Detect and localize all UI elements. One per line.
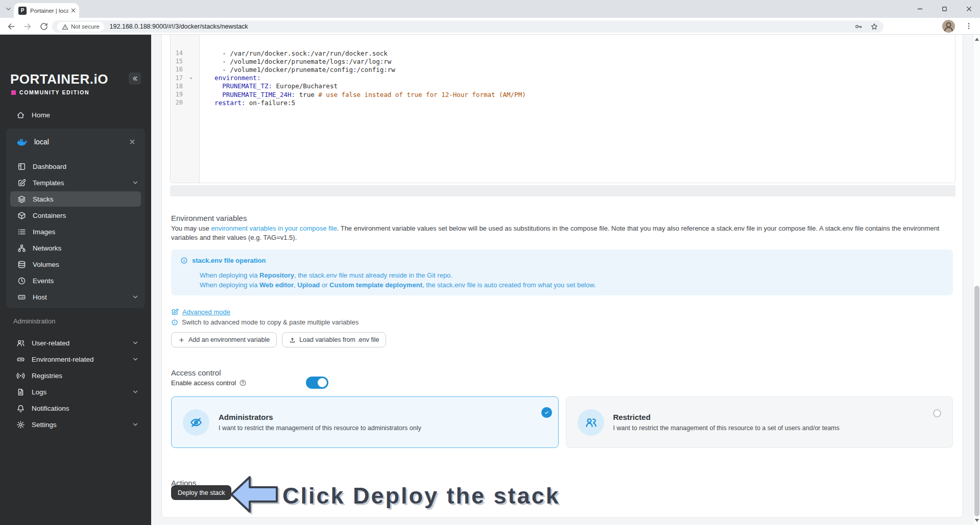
annotation-arrow-icon <box>229 472 279 516</box>
sidebar-item-registries[interactable]: Registries <box>0 368 151 383</box>
url-bar[interactable]: Not secure 192.168.0.188:9000/#!/3/docke… <box>52 20 883 33</box>
sidebar-item-images[interactable]: Images <box>6 224 145 239</box>
sidebar-item-notifications[interactable]: Notifications <box>0 401 151 416</box>
info-box-line: When deploying via Repository, the stack… <box>200 270 944 280</box>
load-env-file-button[interactable]: Load variables from .env file <box>282 332 386 347</box>
scrollbar-down-icon[interactable] <box>975 519 979 522</box>
eye-off-icon <box>183 409 209 436</box>
environment-close-icon[interactable] <box>129 138 136 145</box>
info-icon <box>180 257 188 264</box>
sidebar-item-stacks[interactable]: Stacks <box>10 191 141 207</box>
line-number: 14 <box>171 49 183 57</box>
browser-forward-icon[interactable] <box>23 22 32 31</box>
sidebar-item-label: Volumes <box>33 261 59 268</box>
window-close-icon[interactable] <box>965 5 973 13</box>
editor-line[interactable]: 16 - /volume1/docker/prunemate/config:/c… <box>171 65 955 73</box>
sidebar-item-volumes[interactable]: Volumes <box>6 257 145 272</box>
editor-line[interactable]: 19 PRUNEMATE_TIME_24H: true # use false … <box>171 90 955 98</box>
fold-arrow-icon[interactable]: ▾ <box>183 76 199 81</box>
env-vars-doc-link[interactable]: environment variables in your compose fi… <box>211 224 337 232</box>
code-text: - /var/run/docker.sock:/var/run/docker.s… <box>199 49 388 57</box>
editor-line[interactable]: 17▾ environment: <box>171 74 955 82</box>
edition-square-icon <box>11 90 16 95</box>
editor-line[interactable]: 15 - /volume1/docker/prunemate/logs:/var… <box>171 57 955 65</box>
sidebar-item-logs[interactable]: Logs <box>0 384 151 399</box>
sidebar-item-home[interactable]: Home <box>0 107 168 122</box>
advanced-mode-link[interactable]: Advanced mode <box>171 308 230 316</box>
window-controls <box>916 0 973 18</box>
sidebar-item-environment-related[interactable]: Environment-related <box>0 352 151 367</box>
add-env-variable-button[interactable]: Add an environment variable <box>171 332 277 347</box>
sidebar-item-templates[interactable]: Templates <box>6 175 145 190</box>
add-env-variable-label: Add an environment variable <box>188 336 270 343</box>
tab-search-icon[interactable] <box>5 5 12 13</box>
sidebar-item-settings[interactable]: Settings <box>0 417 151 432</box>
portainer-page: PORTAINER.iO COMMUNITY EDITION Home loca… <box>0 35 980 525</box>
administration-section-label: Administration <box>13 317 55 325</box>
browser-menu-icon[interactable] <box>965 22 973 30</box>
editor-line[interactable]: 20 restart: on-failure:5 <box>171 98 955 107</box>
line-number: 17 <box>171 74 183 82</box>
chevron-down-icon <box>132 293 139 301</box>
tab-close-icon[interactable] <box>70 7 77 14</box>
sidebar-environment-local[interactable]: local <box>6 133 145 151</box>
window-maximize-icon[interactable] <box>941 5 948 13</box>
settings-icon <box>16 420 25 429</box>
volumes-icon <box>17 260 26 269</box>
deploy-stack-button[interactable]: Deploy the stack <box>171 485 231 500</box>
sidebar-item-user-related[interactable]: User-related <box>0 335 151 351</box>
scrollbar-thumb[interactable] <box>974 286 979 516</box>
help-icon[interactable] <box>239 379 247 387</box>
access-option-restricted[interactable]: RestrictedI want to restrict the managem… <box>566 396 953 448</box>
templates-icon <box>17 179 26 187</box>
user-icon <box>942 20 955 33</box>
sidebar-item-label: Templates <box>33 179 64 187</box>
load-env-file-label: Load variables from .env file <box>299 336 379 343</box>
access-option-title: Restricted <box>613 413 840 421</box>
profile-avatar[interactable] <box>942 20 955 33</box>
sidebar-item-label: Home <box>32 111 50 119</box>
sidebar-item-dashboard[interactable]: Dashboard <box>6 159 145 174</box>
images-icon <box>17 228 26 236</box>
docker-icon <box>16 136 28 147</box>
sidebar: PORTAINER.iO COMMUNITY EDITION Home loca… <box>0 35 151 525</box>
team-icon <box>578 409 604 436</box>
registries-icon <box>16 371 25 380</box>
sidebar-item-events[interactable]: Events <box>6 273 145 288</box>
scrollbar-up-icon[interactable] <box>975 38 979 41</box>
code-text: PRUNEMATE_TIME_24H: true # use false ins… <box>199 91 526 98</box>
chevron-down-icon <box>132 388 139 395</box>
radio-unselected-icon[interactable] <box>933 409 941 417</box>
chevron-down-icon <box>132 179 139 186</box>
plus-icon <box>178 337 185 343</box>
access-control-toggle[interactable] <box>306 377 328 389</box>
enable-access-control-row: Enable access control <box>171 376 328 389</box>
browser-back-icon[interactable] <box>7 22 16 31</box>
sidebar-item-host[interactable]: Host <box>6 289 145 305</box>
stack-env-info-box: stack.env file operation When deploying … <box>171 249 953 295</box>
bookmark-star-icon[interactable] <box>870 22 878 31</box>
sidebar-item-containers[interactable]: Containers <box>6 208 145 223</box>
pencil-icon <box>171 308 179 316</box>
sidebar-collapse-button[interactable] <box>129 72 141 85</box>
not-secure-chip[interactable]: Not secure <box>57 22 104 32</box>
compose-editor[interactable]: 14 - /var/run/docker.sock:/var/run/docke… <box>170 35 955 183</box>
environment-variables-title: Environment variables <box>171 214 247 222</box>
password-manager-icon[interactable] <box>854 22 863 31</box>
notifications-icon <box>16 404 25 413</box>
editor-resize-strip[interactable] <box>170 185 955 196</box>
access-option-administrators[interactable]: AdministratorsI want to restrict the man… <box>171 396 559 448</box>
networks-icon <box>17 244 26 253</box>
line-number: 15 <box>171 58 183 65</box>
page-scrollbar[interactable] <box>973 35 980 525</box>
browser-reload-icon[interactable] <box>39 22 49 31</box>
editor-line[interactable]: 18 PRUNEMATE_TZ: Europe/Bucharest <box>171 82 955 90</box>
sidebar-item-networks[interactable]: Networks <box>6 240 145 256</box>
browser-tab[interactable]: P Portainer | loca <box>14 3 79 18</box>
code-text: restart: on-failure:5 <box>199 99 295 107</box>
access-option-description: I want to restrict the management of thi… <box>219 424 421 432</box>
window-minimize-icon[interactable] <box>916 5 924 13</box>
editor-line[interactable]: 14 - /var/run/docker.sock:/var/run/docke… <box>171 49 955 57</box>
sidebar-item-label: Dashboard <box>33 163 66 170</box>
sidebar-item-label: Images <box>33 228 55 236</box>
